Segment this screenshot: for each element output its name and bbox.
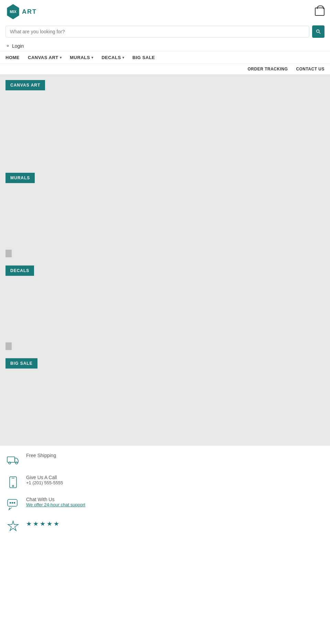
hero-sections: CANVAS ART MURALS DECALS BIG SALE bbox=[0, 75, 330, 445]
thumb-1 bbox=[6, 250, 12, 257]
big-sale-badge[interactable]: BIG SALE bbox=[6, 358, 37, 369]
star-4: ★ bbox=[47, 520, 52, 528]
main-nav: HOME CANVAS ART ▾ MURALS ▾ DECALS ▾ BIG … bbox=[0, 52, 330, 64]
svg-point-9 bbox=[10, 502, 11, 504]
phone-icon bbox=[6, 475, 21, 490]
search-button[interactable] bbox=[312, 25, 324, 38]
nav-item-murals[interactable]: MURALS ▾ bbox=[70, 55, 93, 60]
feature-shipping-title: Free Shipping bbox=[26, 453, 56, 458]
svg-point-0 bbox=[317, 30, 319, 33]
hero-block-canvas-art: CANVAS ART bbox=[0, 75, 330, 167]
nav-item-decals[interactable]: DECALS ▾ bbox=[101, 55, 124, 60]
logo-row: MIX ART bbox=[6, 4, 324, 23]
svg-rect-5 bbox=[10, 477, 16, 488]
nav-item-canvas-art[interactable]: CANVAS ART ▾ bbox=[28, 55, 62, 60]
star-2: ★ bbox=[33, 520, 38, 528]
hero-block-decals: DECALS bbox=[0, 260, 330, 353]
nav-item-contact-us[interactable]: CONTACT US bbox=[296, 67, 324, 71]
logo[interactable]: MIX ART bbox=[6, 4, 37, 19]
murals-badge[interactable]: MURALS bbox=[6, 173, 35, 183]
feature-call: Give Us A Call +1 (201) 555-5555 bbox=[6, 475, 324, 490]
feature-rating: ★ ★ ★ ★ ★ bbox=[6, 519, 324, 534]
nav-item-order-tracking[interactable]: ORDER TRACKING bbox=[248, 67, 288, 71]
decals-badge[interactable]: DECALS bbox=[6, 265, 34, 276]
svg-marker-12 bbox=[8, 521, 18, 531]
nav-item-big-sale[interactable]: BIG SALE bbox=[132, 55, 155, 60]
feature-chat-link[interactable]: We offer 24-hour chat support bbox=[26, 502, 85, 507]
chevron-down-icon: ▾ bbox=[91, 56, 94, 59]
feature-call-phone: +1 (201) 555-5555 bbox=[26, 480, 63, 485]
search-row bbox=[6, 23, 324, 41]
secondary-nav: ORDER TRACKING CONTACT US bbox=[0, 64, 330, 75]
chevron-down-icon: ▾ bbox=[122, 56, 124, 59]
hero-block-big-sale: BIG SALE bbox=[0, 353, 330, 445]
decals-thumb-strip bbox=[6, 342, 12, 350]
murals-thumb-strip bbox=[6, 250, 12, 257]
svg-line-1 bbox=[319, 32, 320, 34]
feature-chat-text: Chat With Us We offer 24-hour chat suppo… bbox=[26, 497, 85, 507]
logo-art-text: ART bbox=[22, 8, 37, 15]
feature-chat-title: Chat With Us bbox=[26, 497, 85, 502]
feature-call-title: Give Us A Call bbox=[26, 475, 63, 480]
login-button[interactable]: Login bbox=[12, 43, 24, 49]
user-icon: ⚬ bbox=[6, 43, 10, 49]
rating-stars: ★ ★ ★ ★ ★ bbox=[26, 520, 59, 528]
cart-icon[interactable] bbox=[315, 8, 324, 16]
svg-point-7 bbox=[12, 485, 14, 487]
star-1: ★ bbox=[26, 520, 32, 528]
feature-chat: Chat With Us We offer 24-hour chat suppo… bbox=[6, 497, 324, 512]
logo-mix-text: MIX bbox=[10, 10, 16, 14]
feature-shipping: Free Shipping bbox=[6, 453, 324, 468]
star-5: ★ bbox=[54, 520, 59, 528]
svg-point-11 bbox=[14, 502, 15, 504]
star-icon bbox=[6, 519, 21, 534]
login-row: ⚬ Login bbox=[6, 41, 324, 51]
nav-item-home[interactable]: HOME bbox=[6, 55, 20, 60]
truck-icon bbox=[6, 453, 21, 468]
chevron-down-icon: ▾ bbox=[60, 56, 62, 59]
feature-shipping-text: Free Shipping bbox=[26, 453, 56, 458]
thumb-1 bbox=[6, 342, 12, 350]
star-3: ★ bbox=[40, 520, 45, 528]
logo-hexagon: MIX bbox=[6, 4, 21, 19]
hero-block-murals: MURALS bbox=[0, 167, 330, 260]
chat-icon bbox=[6, 497, 21, 512]
search-icon bbox=[316, 29, 321, 34]
svg-rect-2 bbox=[7, 457, 15, 462]
feature-call-text: Give Us A Call +1 (201) 555-5555 bbox=[26, 475, 63, 485]
canvas-art-badge[interactable]: CANVAS ART bbox=[6, 80, 45, 90]
header: MIX ART ⚬ Login bbox=[0, 0, 330, 52]
search-input[interactable] bbox=[6, 26, 309, 37]
svg-point-10 bbox=[12, 502, 13, 504]
footer-features: Free Shipping Give Us A Call +1 (201) 55… bbox=[0, 445, 330, 547]
